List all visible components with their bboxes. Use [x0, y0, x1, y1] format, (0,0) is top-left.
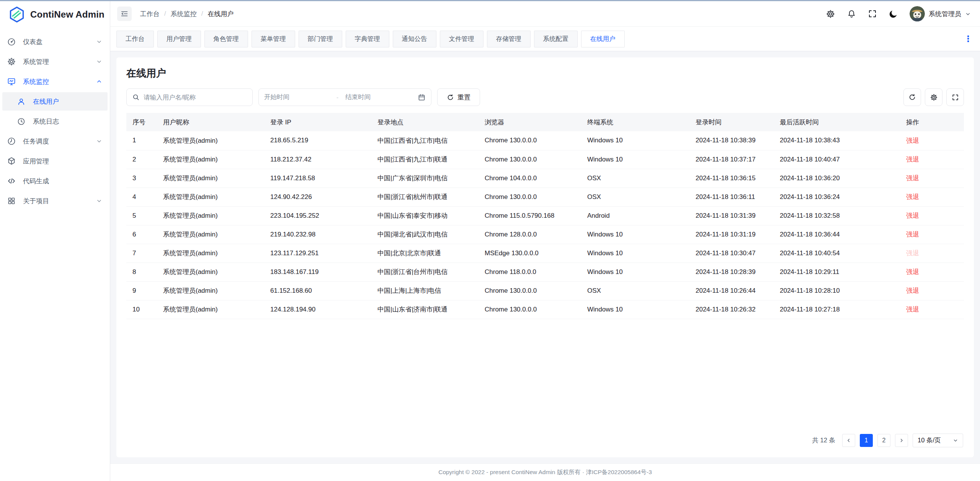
search-input[interactable]: [144, 94, 247, 101]
pagination-next-button[interactable]: [895, 434, 908, 447]
sidebar-item-system-monitor[interactable]: 系统监控: [2, 72, 108, 91]
tab-字典管理[interactable]: 字典管理: [346, 31, 389, 47]
pagination-page-2[interactable]: 2: [877, 434, 890, 447]
pagination-prev-button[interactable]: [842, 434, 855, 447]
table-row: 7系统管理员(admin)123.117.129.251中国|北京|北京市|联通…: [126, 244, 964, 263]
cell-browser: Chrome 118.0.0.0: [479, 263, 581, 281]
cell-login_time: 2024-11-18 10:31:39: [689, 206, 774, 225]
force-logout-link[interactable]: 强退: [906, 156, 919, 163]
chevron-down-icon: [96, 59, 102, 65]
app-title: ContiNew Admin: [30, 9, 105, 20]
cell-location: 中国|江西省|九江市|联通: [371, 150, 479, 169]
tab-文件管理[interactable]: 文件管理: [440, 31, 483, 47]
fullscreen-icon[interactable]: [868, 9, 877, 18]
cell-actions: 强退: [900, 131, 964, 150]
cell-index: 8: [126, 263, 157, 281]
pagination: 共 12 条 12 10 条/页: [126, 428, 964, 450]
cell-actions: 强退: [900, 206, 964, 225]
refresh-button[interactable]: [903, 88, 921, 106]
cell-last_active: 2024-11-18 10:32:58: [774, 206, 900, 225]
cell-location: 中国|北京|北京市|联通: [371, 244, 479, 263]
pagination-page-1[interactable]: 1: [860, 434, 873, 447]
page-title: 在线用户: [126, 67, 964, 80]
cell-actions: 强退: [900, 300, 964, 319]
avatar: [910, 6, 925, 21]
sidebar-item-app-management[interactable]: 应用管理: [2, 152, 108, 170]
copyright-text: Copyright © 2022 - present ContiNew Admi…: [438, 468, 652, 476]
sidebar-item-online-users[interactable]: 在线用户: [2, 92, 108, 111]
tab-在线用户[interactable]: 在线用户: [581, 31, 625, 47]
tab-用户管理[interactable]: 用户管理: [157, 31, 201, 47]
bell-icon[interactable]: [847, 9, 856, 19]
cell-index: 2: [126, 150, 157, 169]
cell-login_time: 2024-11-18 10:38:39: [689, 131, 774, 150]
reset-icon: [447, 94, 454, 101]
sidebar-item-dashboard[interactable]: 仪表盘: [2, 33, 108, 51]
cell-os: Windows 10: [581, 300, 689, 319]
cell-nickname: 系统管理员(admin): [157, 206, 264, 225]
sidebar-item-label: 关于项目: [23, 197, 96, 205]
tab-系统配置[interactable]: 系统配置: [534, 31, 578, 47]
sidebar-item-task-scheduling[interactable]: 任务调度: [2, 132, 108, 150]
tab-菜单管理[interactable]: 菜单管理: [252, 31, 295, 47]
force-logout-link[interactable]: 强退: [906, 268, 919, 276]
force-logout-link[interactable]: 强退: [906, 287, 919, 294]
cell-login_time: 2024-11-18 10:30:47: [689, 244, 774, 263]
sidebar-item-about-project[interactable]: 关于项目: [2, 192, 108, 210]
tab-存储管理[interactable]: 存储管理: [487, 31, 531, 47]
force-logout-link[interactable]: 强退: [906, 137, 919, 144]
cell-os: Windows 10: [581, 150, 689, 169]
search-field: [126, 88, 253, 106]
sidebar-item-system-management[interactable]: 系统管理: [2, 52, 108, 71]
table-toolbar: [903, 88, 964, 106]
pagination-pages: 12: [860, 434, 890, 447]
dark-mode-moon-icon[interactable]: [889, 9, 898, 19]
force-logout-link[interactable]: 强退: [906, 306, 919, 313]
force-logout-link[interactable]: 强退: [906, 212, 919, 219]
table-row: 8系统管理员(admin)183.148.167.119中国|浙江省|台州市|电…: [126, 263, 964, 281]
cell-last_active: 2024-11-18 10:36:24: [774, 188, 900, 206]
cell-nickname: 系统管理员(admin): [157, 244, 264, 263]
monitor-icon: [7, 77, 16, 86]
cell-nickname: 系统管理员(admin): [157, 131, 264, 150]
cube-icon: [7, 157, 16, 166]
cell-os: OSX: [581, 169, 689, 188]
tab-角色管理[interactable]: 角色管理: [204, 31, 248, 47]
cell-nickname: 系统管理员(admin): [157, 281, 264, 300]
page-size-select[interactable]: 10 条/页: [913, 434, 963, 447]
cell-ip: 219.140.232.98: [264, 225, 371, 244]
cell-index: 6: [126, 225, 157, 244]
breadcrumb-item[interactable]: 系统监控: [171, 10, 197, 18]
tab-部门管理[interactable]: 部门管理: [299, 31, 342, 47]
breadcrumb-separator: /: [164, 10, 166, 18]
table-row: 10系统管理员(admin)124.128.194.90中国|山东省|济南市|联…: [126, 300, 964, 319]
sidebar-item-code-generation[interactable]: 代码生成: [2, 172, 108, 190]
cell-index: 4: [126, 188, 157, 206]
date-range-picker[interactable]: 开始时间 - 结束时间: [258, 88, 431, 106]
sidebar-collapse-button[interactable]: [117, 7, 132, 21]
cell-login_time: 2024-11-18 10:26:44: [689, 281, 774, 300]
force-logout-link[interactable]: 强退: [906, 193, 919, 201]
main-area: 工作台 / 系统监控 / 在线用户: [110, 1, 980, 481]
column-settings-button[interactable]: [925, 88, 942, 106]
force-logout-link[interactable]: 强退: [906, 231, 919, 238]
settings-icon[interactable]: [826, 9, 835, 19]
table-fullscreen-button[interactable]: [946, 88, 964, 106]
cell-nickname: 系统管理员(admin): [157, 263, 264, 281]
tab-通知公告[interactable]: 通知公告: [393, 31, 436, 47]
cell-browser: MSEdge 130.0.0.0: [479, 244, 581, 263]
force-logout-link[interactable]: 强退: [906, 174, 919, 182]
user-menu[interactable]: 系统管理员: [910, 6, 971, 21]
reset-button[interactable]: 重置: [437, 88, 480, 106]
cell-nickname: 系统管理员(admin): [157, 225, 264, 244]
tabs-more-icon[interactable]: ⋮: [962, 34, 974, 44]
app-logo[interactable]: ContiNew Admin: [0, 1, 110, 28]
tab-工作台[interactable]: 工作台: [116, 31, 154, 47]
cell-ip: 123.117.129.251: [264, 244, 371, 263]
cell-ip: 124.90.42.226: [264, 188, 371, 206]
cell-ip: 61.152.168.60: [264, 281, 371, 300]
breadcrumb-item[interactable]: 工作台: [140, 10, 160, 18]
column-header: 登录 IP: [264, 113, 371, 131]
sidebar-item-system-log[interactable]: 系统日志: [2, 112, 108, 130]
footer: Copyright © 2022 - present ContiNew Admi…: [110, 463, 980, 481]
